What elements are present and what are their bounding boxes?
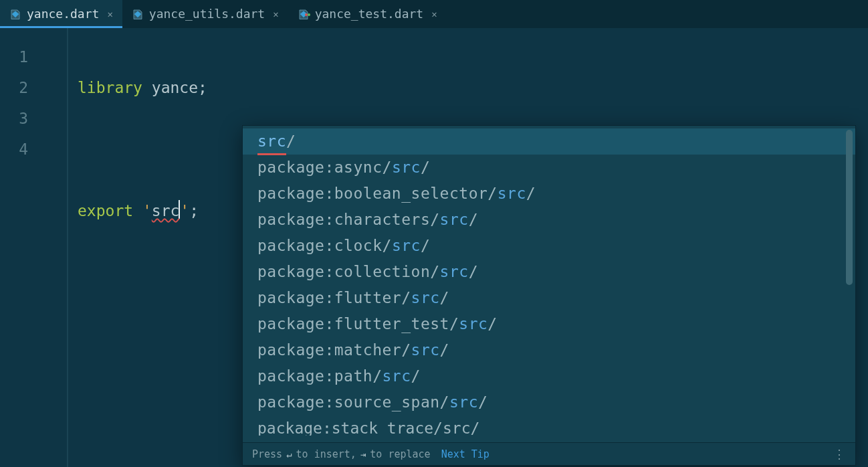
close-icon[interactable]: ✕ [273,9,278,19]
completion-match: src [440,259,469,285]
keyword-library: library [78,79,142,96]
completion-item[interactable]: package:boolean_selector/src/ [243,181,855,207]
tab-yance-test[interactable]: yance_test.dart ✕ [288,0,447,27]
completion-item[interactable]: package:matcher/src/ [243,337,855,363]
close-icon[interactable]: ✕ [431,9,437,19]
export-path: src [152,202,180,219]
tab-label: yance_test.dart [315,7,424,21]
completion-prefix: package:async/ [257,155,392,181]
library-name: yance [152,79,198,96]
completion-prefix: package:clock/ [257,233,392,259]
completion-match: src [392,155,421,181]
completion-item[interactable]: package:characters/src/ [243,207,855,233]
line-number: 4 [0,134,37,165]
completion-item[interactable]: package:path/src/ [243,363,855,389]
completion-scrollbar[interactable] [846,130,853,285]
completion-match: src [411,337,440,363]
completion-prefix: package:source_span/ [257,389,449,415]
completion-match: src [449,389,478,415]
completion-item[interactable]: package:flutter/src/ [243,285,855,311]
enter-key-icon: ↵ [286,449,292,460]
completion-prefix: package:path/ [257,363,383,389]
semicolon: ; [189,202,199,219]
svg-point-6 [305,13,308,16]
completion-match: src [498,181,526,207]
completion-prefix: package:collection/ [257,259,440,285]
completion-suffix: / [421,155,430,181]
completion-match: src [440,207,469,233]
completion-item[interactable]: package:collection/src/ [243,259,855,285]
completion-item[interactable]: package:clock/src/ [243,233,855,259]
completion-prefix: package:stack_trace/ [257,419,443,436]
completion-suffix: / [487,311,497,337]
completion-prefix: package:flutter_test/ [257,311,459,337]
line-number: 2 [0,72,37,103]
completion-suffix: / [526,181,536,207]
completion-match: src [392,233,421,259]
completion-match: src [443,419,471,436]
completion-match: src [383,363,411,389]
completion-suffix: / [471,419,480,436]
completion-prefix: package:characters/ [257,207,440,233]
completion-suffix: / [469,207,478,233]
completion-item[interactable]: src/ [243,128,855,155]
completion-suffix: / [411,363,421,389]
line-number: 3 [0,103,37,134]
completion-item-partial[interactable]: package:stack_trace/src/ [243,415,855,436]
completion-prefix: package:matcher/ [257,337,411,363]
completion-suffix: / [286,128,296,155]
more-icon[interactable]: ⋮ [833,447,846,461]
svg-point-7 [308,13,310,16]
line-number: 1 [0,41,37,72]
string-quote: ' [180,202,189,219]
close-icon[interactable]: ✕ [107,9,112,19]
tab-yance[interactable]: yance.dart ✕ [0,0,122,27]
dart-file-icon [9,8,21,20]
next-tip-link[interactable]: Next Tip [441,448,490,460]
completion-match: src [411,285,440,311]
semicolon: ; [198,79,207,96]
completion-list[interactable]: src/ package:async/src/ package:boolean_… [243,126,855,442]
gutter: 1 2 3 4 [0,28,37,467]
completion-footer: Press ↵ to insert, ⇥ to replace Next Tip… [243,442,855,465]
tab-label: yance.dart [27,7,99,21]
completion-item[interactable]: package:async/src/ [243,155,855,181]
completion-suffix: / [440,285,449,311]
tab-label: yance_utils.dart [149,7,265,21]
keyword-export: export [78,202,133,219]
completion-suffix: / [421,233,430,259]
completion-suffix: / [478,389,487,415]
footer-press: Press [252,448,282,460]
completion-item[interactable]: package:source_span/src/ [243,389,855,415]
string-quote: ' [142,202,152,219]
completion-item[interactable]: package:flutter_test/src/ [243,311,855,337]
completion-prefix: package:boolean_selector/ [257,181,498,207]
tab-yance-utils[interactable]: yance_utils.dart ✕ [122,0,288,27]
code-line-1: library yance; [78,72,868,103]
tab-bar: yance.dart ✕ yance_utils.dart ✕ yance_te… [0,0,868,28]
completion-match: src [459,311,487,337]
completion-suffix: / [469,259,478,285]
footer-replace: to replace [370,448,430,460]
completion-suffix: / [440,337,449,363]
editor[interactable]: 1 2 3 4 library yance; export 'src'; src… [0,28,868,467]
completion-match: src [257,128,286,155]
footer-insert: to insert, [296,448,356,460]
completion-prefix: package:flutter/ [257,285,411,311]
dart-file-icon [132,8,144,20]
tab-key-icon: ⇥ [360,449,366,460]
test-badge-icon [305,6,310,20]
completion-popup: src/ package:async/src/ package:boolean_… [242,125,856,466]
